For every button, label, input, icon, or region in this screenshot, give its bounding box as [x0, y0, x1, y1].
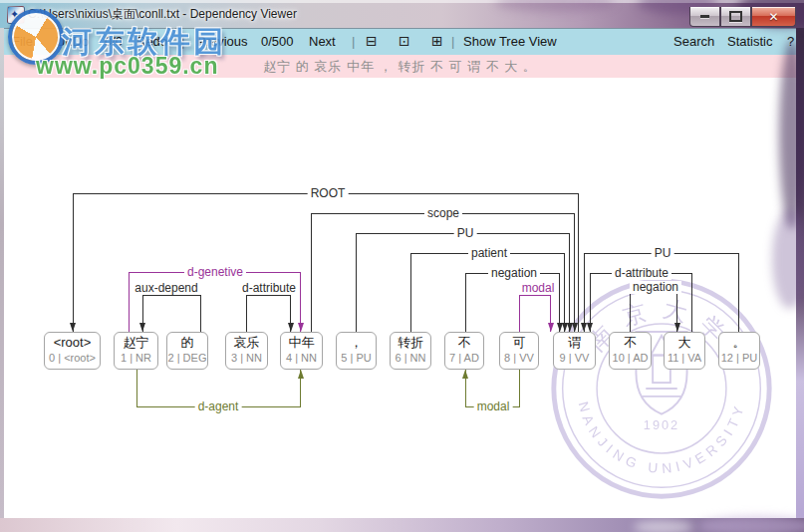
- token-form: 可: [500, 335, 538, 351]
- token-id-pos: 1 | NR: [115, 351, 157, 366]
- close-button[interactable]: ✕: [751, 7, 796, 27]
- dependency-arc: modal: [519, 295, 551, 332]
- token-box[interactable]: 哀乐3 | NN: [225, 332, 268, 370]
- token-form: 谓: [554, 335, 595, 351]
- token-id-pos: 0 | <root>: [45, 351, 100, 366]
- token-form: 不: [445, 335, 483, 351]
- arrowhead-icon: [587, 323, 593, 332]
- dependency-arc: d-attribute: [246, 295, 291, 332]
- token-form: 的: [167, 335, 207, 351]
- token-id-pos: 2 | DEG: [167, 351, 207, 366]
- token-box[interactable]: 转折6 | NN: [390, 332, 431, 370]
- menu-statistic[interactable]: Statistic: [727, 28, 773, 55]
- token-box[interactable]: 不10 | AD: [609, 332, 652, 370]
- arc-label[interactable]: modal: [519, 282, 558, 295]
- token-id-pos: 9 | VV: [554, 351, 595, 366]
- dependency-arc: negation: [630, 287, 677, 332]
- close-icon: ✕: [768, 11, 778, 23]
- dependency-arc: d-agent: [136, 370, 301, 407]
- undo-counter: 0/0: [105, 28, 123, 55]
- menu-help[interactable]: ?: [787, 28, 794, 55]
- arc-label[interactable]: d-attribute: [612, 267, 671, 280]
- arc-label[interactable]: scope: [424, 207, 462, 220]
- menu-undo[interactable]: UnDo: [56, 28, 89, 55]
- arc-label[interactable]: patient: [468, 247, 510, 260]
- window-title: C:\Users\nixius\桌面\conll.txt - Dependenc…: [28, 6, 297, 23]
- arrowhead-icon: [288, 323, 294, 332]
- token-form: 哀乐: [226, 335, 267, 351]
- token-box[interactable]: 可8 | VV: [499, 332, 539, 370]
- maximize-button[interactable]: [720, 7, 751, 27]
- arc-label[interactable]: PU: [652, 247, 674, 260]
- dependency-tree: <root>0 | <root>赵宁1 | NR的2 | DEG哀乐3 | NN…: [0, 0, 804, 532]
- arc-label[interactable]: d-attribute: [239, 282, 299, 295]
- window-frame-bottom: [0, 518, 804, 532]
- arc-label[interactable]: d-agent: [195, 400, 242, 413]
- token-box[interactable]: 。12 | PU: [718, 332, 760, 370]
- arc-label[interactable]: PU: [454, 227, 477, 240]
- token-box[interactable]: 谓9 | VV: [553, 332, 596, 370]
- token-box[interactable]: 中年4 | NN: [280, 332, 323, 370]
- menu-show-tree-view[interactable]: Show Tree View: [463, 28, 557, 55]
- token-id-pos: 5 | PU: [337, 351, 376, 366]
- arrowhead-icon: [298, 370, 304, 379]
- token-box[interactable]: <root>0 | <root>: [44, 332, 101, 370]
- token-form: ，: [337, 335, 376, 351]
- token-form: 不: [610, 335, 651, 351]
- token-box[interactable]: 赵宁1 | NR: [114, 332, 158, 370]
- menu-separator: |: [181, 28, 184, 55]
- token-form: 大: [665, 335, 704, 351]
- token-box[interactable]: ，5 | PU: [336, 332, 377, 370]
- dependency-arc: aux-depend: [142, 295, 201, 332]
- arc-label[interactable]: aux-depend: [132, 282, 200, 295]
- window-frame-right: [796, 28, 804, 518]
- token-form: 中年: [281, 335, 322, 351]
- titlebar-gloss: [0, 0, 804, 3]
- current-sentence: 赵宁 的 哀乐 中年 ， 转折 不 可 谓 不 大 。: [263, 58, 537, 76]
- token-box[interactable]: 的2 | DEG: [166, 332, 208, 370]
- sentence-counter: 0/500: [261, 28, 294, 55]
- menu-previous[interactable]: Previous: [197, 28, 248, 55]
- window-controls: ✕: [689, 7, 796, 27]
- token-box[interactable]: 大11 | VA: [664, 332, 705, 370]
- token-id-pos: 12 | PU: [719, 351, 759, 366]
- menu-separator: |: [352, 28, 355, 55]
- title-bar[interactable]: C:\Users\nixius\桌面\conll.txt - Dependenc…: [0, 0, 804, 29]
- arrowhead-icon: [557, 323, 563, 332]
- arrowhead-icon: [139, 323, 145, 332]
- menu-separator: |: [451, 28, 454, 55]
- token-id-pos: 11 | VA: [665, 351, 704, 366]
- token-box[interactable]: 不7 | AD: [444, 332, 484, 370]
- dependency-arc: modal: [465, 370, 520, 407]
- menu-bar: File UnDo 0/0 Redo | Previous 0/500 Next…: [4, 28, 796, 56]
- menu-search[interactable]: Search: [673, 28, 714, 55]
- minimize-icon: [700, 15, 709, 18]
- menu-redo[interactable]: Redo: [136, 28, 167, 55]
- token-id-pos: 3 | NN: [226, 351, 267, 366]
- token-form: 转折: [391, 335, 430, 351]
- minimize-button[interactable]: [689, 7, 720, 27]
- menu-next[interactable]: Next: [309, 28, 336, 55]
- token-id-pos: 6 | NN: [391, 351, 430, 366]
- token-form: 。: [719, 335, 759, 351]
- menu-file[interactable]: File: [12, 28, 33, 55]
- token-form: <root>: [45, 335, 100, 351]
- token-id-pos: 8 | VV: [500, 351, 538, 366]
- split-pane-icon[interactable]: ⊟: [366, 28, 378, 55]
- arrowhead-icon: [298, 323, 304, 332]
- grid-pane-icon[interactable]: ⊞: [431, 28, 443, 55]
- arc-label[interactable]: modal: [474, 400, 513, 413]
- arc-label[interactable]: ROOT: [308, 187, 349, 200]
- arc-label[interactable]: d-genetive: [184, 266, 246, 279]
- token-id-pos: 10 | AD: [610, 351, 651, 366]
- dependency-viewer-window: 南京大学 NANJING UNIVERSITY 1902 <root>0 | <…: [0, 0, 804, 532]
- arc-label[interactable]: negation: [630, 281, 681, 294]
- arc-label[interactable]: negation: [488, 267, 540, 280]
- window-frame-left: [0, 28, 4, 518]
- single-pane-icon[interactable]: ⊡: [399, 28, 410, 55]
- arrowhead-icon: [548, 323, 554, 332]
- token-form: 赵宁: [115, 335, 157, 351]
- token-id-pos: 4 | NN: [281, 351, 322, 366]
- token-id-pos: 7 | AD: [445, 351, 483, 366]
- app-icon[interactable]: [7, 6, 25, 24]
